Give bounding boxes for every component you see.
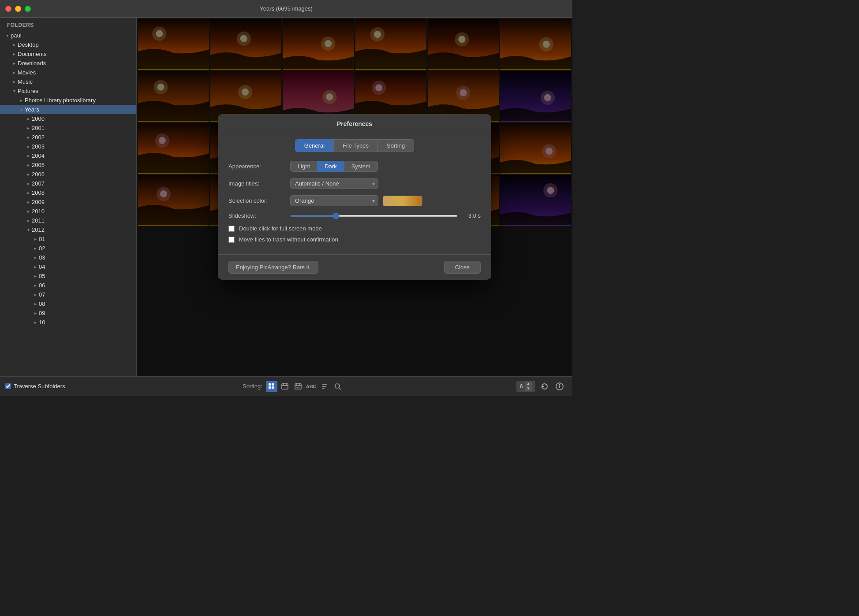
sidebar-item-2012-05[interactable]: 05 <box>0 271 136 281</box>
slideshow-slider[interactable] <box>290 215 458 217</box>
sidebar-item-2012[interactable]: 2012 <box>0 225 136 234</box>
count-stepper[interactable]: ▲ ▼ <box>525 382 532 391</box>
image-titles-select[interactable]: Automatic / None Filename Date None <box>290 178 378 189</box>
rate-button[interactable]: Enjoying PicArrange? Rate it. <box>228 261 318 274</box>
sidebar-item-documents[interactable]: Documents <box>0 49 136 59</box>
close-button-modal[interactable]: Close <box>444 261 481 274</box>
sidebar-item-2012-02[interactable]: 02 <box>0 244 136 253</box>
svg-point-76 <box>559 384 560 385</box>
appearance-dark[interactable]: Dark <box>317 161 344 172</box>
info-icon[interactable] <box>554 381 565 392</box>
sort-grid-icon[interactable] <box>266 381 277 392</box>
sidebar-item-2005[interactable]: 2005 <box>0 160 136 170</box>
preferences-modal: Preferences General File Types Sorting A… <box>218 114 491 280</box>
fullscreen-button[interactable] <box>25 6 31 12</box>
slider-container: 3.0 s <box>290 212 481 219</box>
svg-rect-56 <box>269 383 271 386</box>
image-titles-select-wrapper: Automatic / None Filename Date None <box>290 178 378 189</box>
checkbox-trash-label[interactable]: Move files to trash without confirmation <box>239 236 338 243</box>
traverse-checkbox-container[interactable]: Traverse Subfolders <box>5 383 65 390</box>
slideshow-label: Slideshow: <box>228 212 290 219</box>
sidebar: Folders paulDesktopDocumentsDownloadsMov… <box>0 18 137 376</box>
sidebar-item-2000[interactable]: 2000 <box>0 114 136 123</box>
sidebar-item-2006[interactable]: 2006 <box>0 170 136 179</box>
sidebar-item-2012-10[interactable]: 10 <box>0 318 136 327</box>
appearance-group: Light Dark System <box>290 161 378 172</box>
traverse-label: Traverse Subfolders <box>14 383 65 390</box>
count-display: 6 ▲ ▼ <box>516 381 535 392</box>
sort-bars-icon[interactable] <box>319 381 330 392</box>
sidebar-item-2012-08[interactable]: 08 <box>0 299 136 308</box>
sidebar-item-movies[interactable]: Movies <box>0 68 136 77</box>
sidebar-item-desktop[interactable]: Desktop <box>0 40 136 49</box>
checkbox-fullscreen-label[interactable]: Double click for full screen mode <box>239 225 322 232</box>
sidebar-item-2004[interactable]: 2004 <box>0 151 136 160</box>
count-value: 6 <box>520 383 523 390</box>
traffic-lights <box>5 6 31 12</box>
selection-color-row: Selection color: Orange Blue Red Green P… <box>228 195 481 206</box>
sidebar-item-2003[interactable]: 2003 <box>0 142 136 151</box>
sidebar-item-years[interactable]: Years <box>0 105 136 114</box>
sidebar-item-2012-06[interactable]: 06 <box>0 281 136 290</box>
refresh-icon[interactable] <box>539 381 550 392</box>
tab-sorting[interactable]: Sorting <box>378 139 414 152</box>
checkbox-trash[interactable] <box>228 237 235 243</box>
svg-point-72 <box>335 384 340 388</box>
appearance-light[interactable]: Light <box>290 161 317 172</box>
minimize-button[interactable] <box>15 6 21 12</box>
slideshow-value: 3.0 s <box>463 212 481 219</box>
close-button[interactable] <box>5 6 11 12</box>
modal-overlay[interactable]: Preferences General File Types Sorting A… <box>137 18 572 376</box>
toolbar-right: 6 ▲ ▼ <box>516 381 565 392</box>
sidebar-item-2011[interactable]: 2011 <box>0 216 136 225</box>
appearance-label: Appearence: <box>228 163 290 170</box>
tab-bar: General File Types Sorting <box>228 139 481 152</box>
sidebar-item-2008[interactable]: 2008 <box>0 188 136 197</box>
selection-color-label: Selection color: <box>228 197 290 204</box>
image-titles-row: Image titles: Automatic / None Filename … <box>228 178 481 189</box>
sorting-label: Sorting: <box>243 383 262 390</box>
svg-rect-59 <box>272 386 274 389</box>
sidebar-item-music[interactable]: Music <box>0 77 136 86</box>
appearance-system[interactable]: System <box>344 161 378 172</box>
sidebar-item-downloads[interactable]: Downloads <box>0 59 136 68</box>
toolbar-center: Sorting: <box>73 381 513 392</box>
stepper-down[interactable]: ▼ <box>525 386 532 391</box>
tab-filetypes[interactable]: File Types <box>333 139 378 152</box>
traverse-bar: Traverse Subfolders <box>0 376 137 396</box>
sidebar-item-2009[interactable]: 2009 <box>0 197 136 207</box>
sidebar-item-2012-01[interactable]: 01 <box>0 234 136 244</box>
sort-abc-icon[interactable]: ABC <box>306 381 317 392</box>
selection-color-select[interactable]: Orange Blue Red Green Purple <box>290 195 378 206</box>
sidebar-item-2012-03[interactable]: 03 <box>0 253 136 262</box>
sidebar-item-pictures[interactable]: Pictures <box>0 86 136 96</box>
sorting-icons: ABC <box>266 381 344 392</box>
sort-calendar1-icon[interactable] <box>279 381 291 392</box>
checkbox-trash-row: Move files to trash without confirmation <box>228 236 481 243</box>
svg-rect-58 <box>269 386 271 389</box>
checkbox-fullscreen[interactable] <box>228 226 235 232</box>
sidebar-item-2012-09[interactable]: 09 <box>0 308 136 318</box>
sidebar-item-2012-04[interactable]: 04 <box>0 262 136 271</box>
sidebar-item-2002[interactable]: 2002 <box>0 133 136 142</box>
image-titles-label: Image titles: <box>228 180 290 187</box>
svg-rect-57 <box>272 383 274 386</box>
content-area: Preferences General File Types Sorting A… <box>137 18 572 376</box>
modal-body: General File Types Sorting Appearence: L… <box>218 132 491 254</box>
sidebar-item-2001[interactable]: 2001 <box>0 123 136 133</box>
sidebar-item-photos-library[interactable]: Photos Library.photoslibrary <box>0 96 136 105</box>
sidebar-item-2012-07[interactable]: 07 <box>0 290 136 299</box>
traverse-checkbox-input[interactable] <box>5 383 11 389</box>
sidebar-item-paul[interactable]: paul <box>0 31 136 40</box>
color-preview <box>383 196 422 206</box>
main-layout: Folders paulDesktopDocumentsDownloadsMov… <box>0 18 572 376</box>
tab-general[interactable]: General <box>295 139 333 152</box>
sidebar-item-2010[interactable]: 2010 <box>0 207 136 216</box>
stepper-up[interactable]: ▲ <box>525 382 532 386</box>
svg-rect-64 <box>295 384 301 389</box>
sidebar-header: Folders <box>0 18 136 31</box>
sidebar-item-2007[interactable]: 2007 <box>0 179 136 188</box>
sort-calendar2-icon[interactable] <box>292 381 304 392</box>
slideshow-row: Slideshow: 3.0 s <box>228 212 481 219</box>
sort-search-icon[interactable] <box>332 381 344 392</box>
